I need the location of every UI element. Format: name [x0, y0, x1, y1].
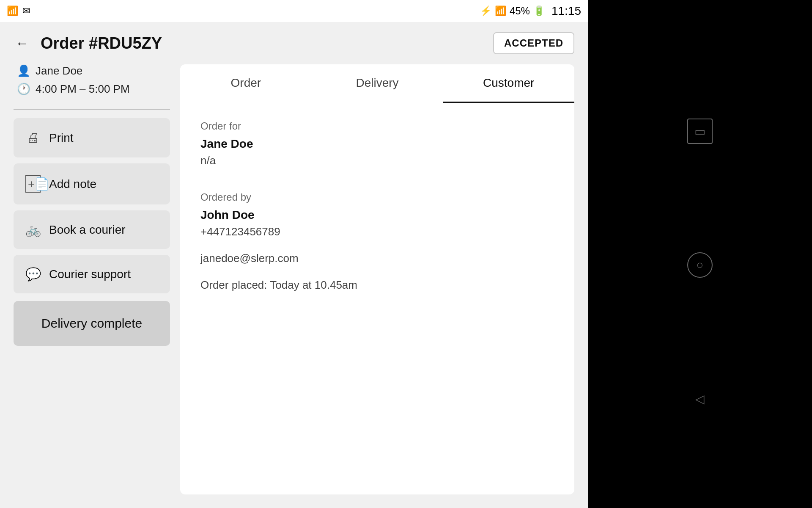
- app-container: ← Order #RDU5ZY ACCEPTED 👤 Jane Doe 🕐 4:…: [0, 22, 588, 508]
- mail-icon: ✉: [22, 6, 30, 17]
- circle-icon: ○: [697, 258, 704, 272]
- android-square-button[interactable]: ▭: [687, 119, 713, 144]
- header: ← Order #RDU5ZY ACCEPTED: [0, 22, 588, 64]
- add-note-button[interactable]: +📄 Add note: [14, 163, 170, 204]
- header-left: ← Order #RDU5ZY: [14, 34, 162, 53]
- status-bar-right: ⚡ 📶 45% 🔋 11:15: [480, 4, 581, 18]
- time-row: 🕐 4:00 PM – 5:00 PM: [17, 83, 170, 96]
- add-note-label: Add note: [49, 177, 96, 191]
- person-icon: 👤: [17, 64, 30, 77]
- back-arrow-icon: ←: [15, 36, 29, 51]
- book-courier-button[interactable]: 🚲 Book a courier: [14, 210, 170, 249]
- ordered-by-label: Ordered by: [200, 191, 554, 203]
- print-label: Print: [49, 131, 74, 145]
- android-home-button[interactable]: ○: [687, 252, 713, 278]
- tabs: Order Delivery Customer: [180, 64, 574, 103]
- tab-customer[interactable]: Customer: [443, 64, 574, 103]
- triangle-icon: ◁: [695, 392, 705, 406]
- note-icon: +📄: [25, 175, 41, 193]
- print-icon: 🖨: [25, 130, 41, 146]
- square-icon: ▭: [694, 124, 705, 138]
- clock-icon: 🕐: [17, 83, 30, 96]
- tab-order[interactable]: Order: [180, 64, 312, 103]
- order-title: Order #RDU5ZY: [41, 34, 162, 52]
- main-panel: Order Delivery Customer Order for Jane D…: [180, 64, 574, 494]
- android-nav: ▭ ○ ◁: [588, 22, 812, 508]
- battery-icon: 🔋: [533, 6, 545, 17]
- courier-icon: 🚲: [25, 222, 41, 237]
- content-divider: [200, 181, 554, 181]
- android-back-button[interactable]: ◁: [687, 386, 713, 411]
- ordered-by-phone: +447123456789: [200, 225, 554, 238]
- sidebar-divider: [14, 109, 170, 110]
- customer-name: Jane Doe: [36, 64, 82, 77]
- battery-percent: 45%: [510, 5, 530, 17]
- customer-info: 👤 Jane Doe 🕐 4:00 PM – 5:00 PM: [14, 64, 170, 106]
- ordered-by-name: John Doe: [200, 208, 554, 222]
- customer-tab-content: Order for Jane Doe n/a Ordered by John D…: [180, 103, 574, 494]
- order-placed-time: Order placed: Today at 10.45am: [200, 279, 554, 292]
- accepted-badge: ACCEPTED: [493, 32, 574, 54]
- bluetooth-icon: ⚡: [480, 6, 491, 17]
- order-for-label: Order for: [200, 120, 554, 132]
- time-display: 11:15: [551, 4, 581, 18]
- customer-name-row: 👤 Jane Doe: [17, 64, 170, 77]
- time-range: 4:00 PM – 5:00 PM: [36, 83, 130, 96]
- ordered-by-email: janedoe@slerp.com: [200, 252, 554, 265]
- content-area: 👤 Jane Doe 🕐 4:00 PM – 5:00 PM 🖨 Print +…: [0, 64, 588, 508]
- delivery-complete-label: Delivery complete: [41, 316, 142, 331]
- sim-icon: 📶: [7, 6, 18, 17]
- delivery-complete-button[interactable]: Delivery complete: [14, 301, 170, 346]
- support-icon: 💬: [25, 267, 41, 282]
- order-for-name: Jane Doe: [200, 137, 554, 151]
- wifi-icon: 📶: [495, 6, 506, 17]
- courier-support-label: Courier support: [49, 268, 131, 281]
- courier-support-button[interactable]: 💬 Courier support: [14, 255, 170, 293]
- tab-delivery[interactable]: Delivery: [312, 64, 443, 103]
- status-bar: 📶 ✉ ⚡ 📶 45% 🔋 11:15: [0, 0, 588, 22]
- status-bar-left: 📶 ✉: [7, 6, 30, 17]
- sidebar: 👤 Jane Doe 🕐 4:00 PM – 5:00 PM 🖨 Print +…: [14, 64, 170, 494]
- back-button[interactable]: ←: [14, 34, 30, 53]
- book-courier-label: Book a courier: [49, 223, 126, 237]
- print-button[interactable]: 🖨 Print: [14, 118, 170, 157]
- order-for-sub: n/a: [200, 154, 554, 167]
